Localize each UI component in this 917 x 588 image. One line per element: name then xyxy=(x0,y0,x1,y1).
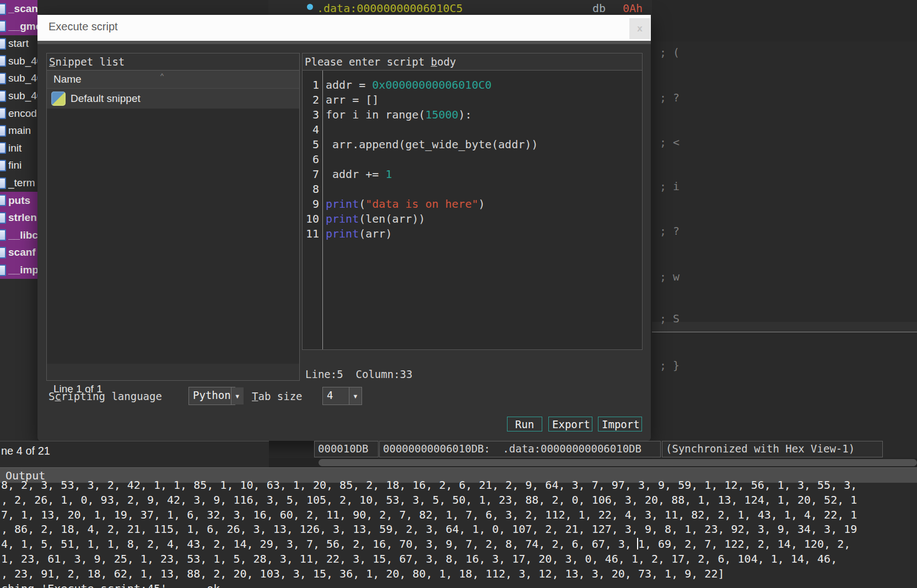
function-icon xyxy=(0,142,6,154)
function-list-item[interactable]: sub_40 xyxy=(0,69,37,87)
function-name: sub_40 xyxy=(8,72,37,84)
functions-panel: _scanf__gmostartsub_40sub_40sub_40encodm… xyxy=(0,0,37,441)
address-short-box: 000010DB xyxy=(314,441,379,457)
snippet-row-default[interactable]: Default snippet xyxy=(47,89,299,109)
snippet-table-header[interactable]: Name ^ xyxy=(47,71,299,89)
address-full-box: 00000000006010DB: .data:00000000006010DB xyxy=(379,441,661,457)
code-line[interactable]: 3for i in range(15000): xyxy=(303,107,642,122)
function-name: _scanf xyxy=(8,3,37,15)
tab-size-select[interactable]: 4 ▼ xyxy=(322,387,362,405)
column-header-name: Name xyxy=(53,73,82,85)
breakpoint-dot-icon xyxy=(307,4,313,10)
function-name: strlen xyxy=(8,212,37,224)
function-name: __libc xyxy=(8,229,37,241)
function-list-item[interactable]: puts xyxy=(0,192,37,209)
function-list-item[interactable]: __gmo xyxy=(0,18,37,35)
editor-cursor-status: Line:5 Column:33 xyxy=(305,368,412,380)
function-name: sub_40 xyxy=(8,90,37,102)
function-icon xyxy=(0,55,6,67)
function-list-item[interactable]: __libc xyxy=(0,226,37,244)
line-number: 5 xyxy=(303,137,319,152)
function-name: fini xyxy=(8,159,21,171)
language-select-value: Python xyxy=(189,387,231,404)
function-name: scanf xyxy=(8,246,36,258)
code-segment: (arr) xyxy=(359,227,392,240)
code-line[interactable]: 2arr = [] xyxy=(303,93,642,107)
function-list-item[interactable]: start xyxy=(0,35,37,52)
code-segment: print xyxy=(326,212,359,225)
code-text: addr += 1 xyxy=(326,167,392,182)
code-segment: for i in range( xyxy=(326,108,425,121)
function-list-item[interactable]: main xyxy=(0,122,37,139)
code-text: addr = 0x00000000006010C0 xyxy=(326,78,492,93)
function-list-item[interactable]: sub_40 xyxy=(0,87,37,105)
snippet-table[interactable]: Name ^ Default snippet Line 1 of 1 xyxy=(47,70,299,364)
disasm-comment: ; < xyxy=(660,136,679,149)
code-segment: 0x00000000006010C0 xyxy=(372,78,492,91)
output-row: , 2, 26, 1, 0, 93, 2, 9, 42, 3, 9, 116, … xyxy=(1,493,917,508)
script-editor[interactable]: 1addr = 0x00000000006010C02arr = []3for … xyxy=(303,70,642,349)
chevron-down-icon[interactable]: ▼ xyxy=(349,387,362,404)
function-list-item[interactable]: _term xyxy=(0,174,37,192)
text-caret xyxy=(637,538,638,549)
function-list-item[interactable]: encod xyxy=(0,105,37,122)
code-text: arr = [] xyxy=(326,93,379,107)
snippet-list-label: Snippet list xyxy=(49,56,125,68)
execute-script-dialog: Execute script x Snippet list Name ^ Def… xyxy=(37,15,651,441)
function-icon xyxy=(0,195,6,206)
line-number: 3 xyxy=(303,107,319,122)
function-list-item[interactable]: scanf xyxy=(0,244,37,261)
line-number: 11 xyxy=(303,226,319,241)
snippet-list-group: Snippet list Name ^ Default snippet Line… xyxy=(46,53,300,381)
disasm-comment: ; ? xyxy=(660,224,679,238)
disasm-comment: ; ? xyxy=(660,91,679,104)
function-list-item[interactable]: _scanf xyxy=(0,0,37,18)
code-segment: ): xyxy=(458,108,472,121)
code-text: print(arr) xyxy=(326,226,392,241)
disasm-comment: ; i xyxy=(660,180,679,193)
code-text: print("data is on here") xyxy=(326,197,485,212)
horizontal-scrollbar-handle[interactable] xyxy=(319,459,917,466)
function-list-item[interactable]: fini xyxy=(0,157,37,174)
code-line[interactable]: 11print(arr) xyxy=(303,226,642,241)
code-line[interactable]: 1addr = 0x00000000006010C0 xyxy=(303,78,642,93)
code-segment: ) xyxy=(478,197,485,211)
function-list-item[interactable]: init xyxy=(0,139,37,157)
code-segment: arr = [] xyxy=(326,93,379,106)
code-segment: "data is on here" xyxy=(365,197,478,211)
code-segment: 15000 xyxy=(425,108,458,121)
function-list-item[interactable]: sub_40 xyxy=(0,52,37,70)
run-button[interactable]: Run xyxy=(507,417,542,431)
function-icon xyxy=(0,125,6,137)
sync-status-box: (Synchronized with Hex View-1) xyxy=(662,441,883,457)
function-icon xyxy=(0,265,6,276)
script-body-label: Please enter script body xyxy=(305,56,456,68)
code-line[interactable]: 8 xyxy=(303,182,642,197)
import-button[interactable]: Import xyxy=(598,417,642,431)
disasm-operand: 0Ah xyxy=(623,2,643,15)
code-line[interactable]: 10print(len(arr)) xyxy=(303,212,642,226)
code-line[interactable]: 6 xyxy=(303,152,642,167)
function-name: __imp xyxy=(8,264,37,276)
top-right-panel xyxy=(652,0,917,41)
code-line[interactable]: 9print("data is on here") xyxy=(303,197,642,212)
dialog-titlebar[interactable]: Execute script x xyxy=(37,15,651,41)
function-icon xyxy=(0,20,6,32)
code-line[interactable]: 4 xyxy=(303,122,642,137)
tab-size-label: Tab size xyxy=(252,390,303,402)
function-list-item[interactable]: strlen xyxy=(0,209,37,226)
code-line[interactable]: 5 arr.append(get_wide_byte(addr)) xyxy=(303,137,642,152)
function-icon xyxy=(0,107,6,119)
function-name: start xyxy=(8,37,29,50)
code-text: print(len(arr)) xyxy=(326,212,425,226)
scripting-language-label: Scripting language xyxy=(48,390,162,402)
close-icon[interactable]: x xyxy=(629,18,650,39)
chevron-down-icon[interactable]: ▼ xyxy=(231,387,244,404)
disasm-current-line[interactable]: .data:00000000006010C5 db 0Ah xyxy=(268,0,652,16)
code-segment: ( xyxy=(359,197,365,211)
export-button[interactable]: Export xyxy=(548,417,592,431)
code-line[interactable]: 7 addr += 1 xyxy=(303,167,642,182)
code-segment: print xyxy=(326,197,359,211)
function-list-item[interactable]: __imp xyxy=(0,261,37,279)
language-select[interactable]: Python ▼ xyxy=(188,387,235,405)
